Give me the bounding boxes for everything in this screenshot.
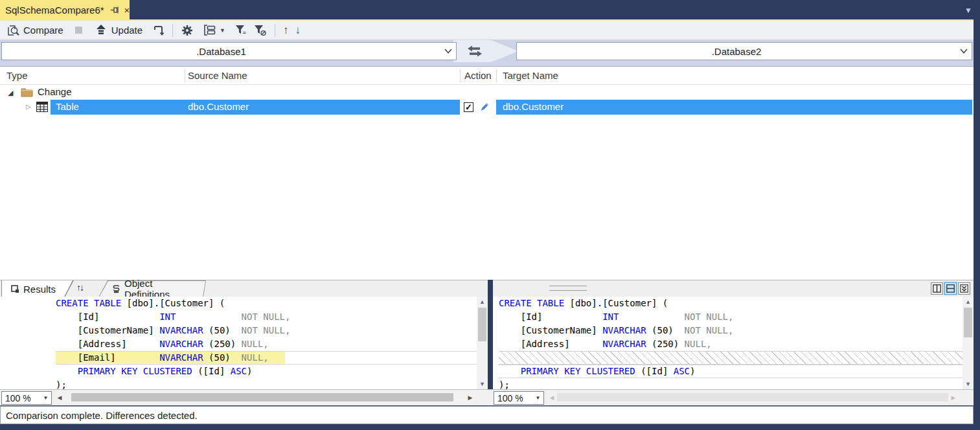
- group-results-button[interactable]: ▼: [200, 23, 228, 38]
- object-definitions-tab-icon: [112, 285, 120, 293]
- tab-object-definitions[interactable]: Object Definitions: [98, 280, 206, 297]
- document-tab-strip: SqlSchemaCompare6* × ▼: [0, 0, 980, 19]
- edit-action-icon[interactable]: [479, 102, 489, 113]
- target-code-pane[interactable]: CREATE TABLE [dbo].[Customer] ( [Id] INT…: [499, 297, 963, 389]
- schema-compare-window: SqlSchemaCompare6* × ▼ Compare: [0, 0, 980, 430]
- direction-arrow-shape: [453, 40, 518, 62]
- compare-button[interactable]: Compare: [4, 23, 66, 38]
- svg-text:=: =: [243, 30, 246, 36]
- bottom-controls-row: 100 % ▼ ◀ ▶ 100 % ▼ ◀ ▶: [0, 389, 974, 405]
- filter-clear-icon[interactable]: [254, 24, 267, 37]
- target-database-combo[interactable]: .Database2: [516, 42, 972, 60]
- splitter-grip[interactable]: [549, 286, 587, 291]
- update-icon: [95, 24, 108, 37]
- code-line: [Address] NVARCHAR (250) NULL,: [499, 337, 963, 351]
- database-selector-row: .Database1 .Database2: [0, 40, 974, 67]
- chevron-down-icon: [956, 49, 972, 54]
- action-cell: ✓: [460, 100, 496, 115]
- next-difference-icon[interactable]: ↓: [295, 24, 301, 37]
- folder-icon: [21, 87, 33, 97]
- group-by-icon: [203, 24, 216, 37]
- filter-equal-icon[interactable]: =: [234, 24, 247, 37]
- pin-icon[interactable]: [110, 6, 119, 14]
- column-separator[interactable]: [185, 69, 185, 82]
- table-icon: [36, 102, 48, 112]
- scrollbar-track[interactable]: [557, 392, 948, 403]
- scroll-left-icon[interactable]: ◀: [547, 394, 557, 401]
- group-by-caret-icon: ▼: [220, 27, 225, 34]
- selected-row-source-segment[interactable]: Table dbo.Customer: [51, 100, 460, 115]
- code-line: [CustomerName] NVARCHAR (50) NOT NULL,: [56, 324, 477, 337]
- column-header-type[interactable]: Type: [6, 70, 28, 81]
- scrollbar-thumb[interactable]: [557, 393, 948, 402]
- code-line: [Id] INT NOT NULL,: [56, 310, 477, 324]
- close-icon[interactable]: ×: [124, 5, 130, 16]
- source-zoom-value: 100 %: [2, 393, 40, 403]
- toolbar-separator: [275, 24, 275, 37]
- column-separator[interactable]: [496, 69, 497, 82]
- group-row-label: Change: [38, 86, 72, 97]
- expander-expanded-icon[interactable]: ◢: [8, 89, 13, 97]
- column-header-action[interactable]: Action: [464, 70, 492, 81]
- target-horizontal-scrollbar[interactable]: ◀ ▶: [547, 392, 959, 403]
- scroll-down-icon[interactable]: ▼: [963, 379, 974, 389]
- stop-icon: [73, 24, 85, 37]
- status-message: Comparison complete. Differences detecte…: [6, 410, 198, 421]
- options-gear-icon[interactable]: [181, 24, 194, 37]
- window-right-border: [974, 19, 980, 430]
- scroll-right-icon[interactable]: ▶: [465, 394, 475, 401]
- toolbar-separator: [172, 24, 173, 37]
- scrollbar-thumb[interactable]: [964, 308, 972, 337]
- target-vertical-scrollbar[interactable]: ▲ ▼: [963, 297, 974, 389]
- update-button[interactable]: Update: [92, 23, 145, 38]
- source-vertical-scrollbar[interactable]: ▲ ▼: [477, 297, 488, 389]
- column-header-target[interactable]: Target Name: [503, 70, 558, 81]
- include-checkbox[interactable]: ✓: [464, 102, 473, 112]
- results-tab-bar: Results ↑↓ Object Definitions: [0, 280, 974, 297]
- swap-databases-icon[interactable]: [468, 45, 482, 57]
- previous-difference-icon[interactable]: ↑: [283, 24, 289, 37]
- window-bottom-border: [0, 424, 980, 430]
- horizontal-split-button[interactable]: [944, 282, 957, 295]
- selected-row-target-segment[interactable]: dbo.Customer: [496, 100, 972, 115]
- collapse-pane-button[interactable]: [958, 282, 970, 295]
- source-database-value: .Database1: [2, 46, 440, 57]
- results-tab-label: Results: [23, 284, 56, 295]
- code-line: [Address] NVARCHAR (250) NULL,: [56, 337, 477, 351]
- tab-results[interactable]: Results: [1, 280, 74, 297]
- scroll-down-icon[interactable]: ▼: [477, 379, 488, 389]
- group-row-change[interactable]: ◢ Change: [0, 85, 974, 100]
- sort-order-toggle[interactable]: ↑↓: [76, 282, 83, 293]
- code-line: CREATE TABLE [dbo].[Customer] (: [499, 297, 963, 310]
- toolbar: Compare Update: [0, 21, 974, 40]
- row-source-name: dbo.Customer: [188, 101, 249, 112]
- code-line: );: [499, 378, 963, 389]
- source-zoom-combo[interactable]: 100 % ▼: [1, 391, 52, 405]
- scroll-left-icon[interactable]: ◀: [54, 394, 65, 401]
- results-tab-icon: [11, 285, 19, 293]
- source-database-combo[interactable]: .Database1: [1, 42, 457, 60]
- column-header-source[interactable]: Source Name: [188, 70, 247, 81]
- pane-divider[interactable]: [488, 280, 493, 405]
- source-horizontal-scrollbar[interactable]: ◀ ▶: [54, 392, 475, 403]
- scrollbar-track[interactable]: [65, 392, 465, 403]
- document-tab[interactable]: SqlSchemaCompare6* ×: [0, 0, 130, 19]
- table-row[interactable]: ▷ Table dbo.Customer ✓: [0, 100, 974, 115]
- scrollbar-thumb[interactable]: [71, 393, 453, 402]
- code-line: [CustomerName] NVARCHAR (50) NOT NULL,: [499, 324, 963, 337]
- generate-script-icon[interactable]: [152, 24, 165, 37]
- chevron-down-icon: ▼: [532, 395, 543, 401]
- scrollbar-thumb[interactable]: [478, 308, 486, 341]
- chevron-down-icon: [440, 49, 456, 54]
- column-separator[interactable]: [460, 69, 461, 82]
- expander-collapsed-icon[interactable]: ▷: [26, 103, 31, 110]
- code-line: PRIMARY KEY CLUSTERED ([Id] ASC): [56, 365, 477, 378]
- code-line: [Email] NVARCHAR (50) NULL,: [56, 351, 477, 365]
- target-zoom-combo[interactable]: 100 % ▼: [494, 391, 544, 405]
- vertical-split-button[interactable]: [931, 282, 943, 295]
- window-list-caret-icon[interactable]: ▼: [964, 6, 972, 15]
- scroll-right-icon[interactable]: ▶: [948, 394, 959, 401]
- source-code-pane[interactable]: CREATE TABLE [dbo].[Customer] ( [Id] INT…: [56, 297, 477, 389]
- scroll-up-icon[interactable]: ▲: [477, 297, 488, 307]
- scroll-up-icon[interactable]: ▲: [963, 297, 974, 307]
